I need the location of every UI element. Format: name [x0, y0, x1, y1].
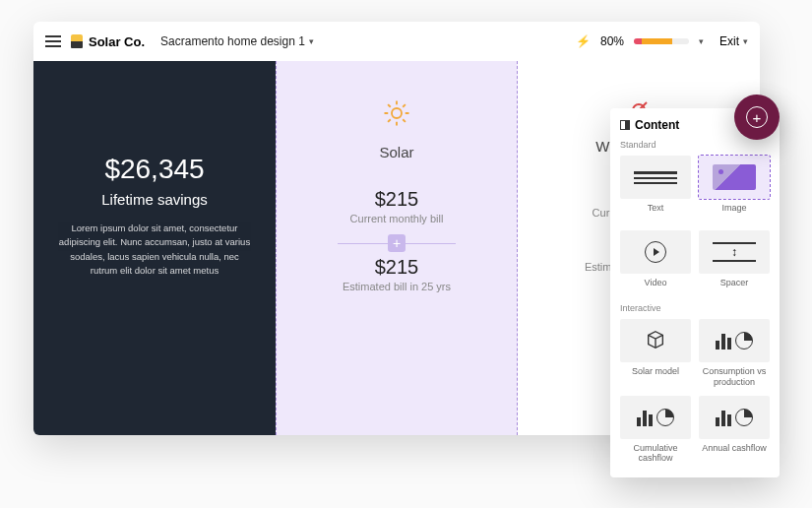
tile-annual[interactable]	[699, 396, 770, 439]
tile-label: Image	[699, 203, 770, 222]
spacer-icon: ↕	[713, 242, 755, 262]
svg-line-5	[388, 104, 391, 107]
metric-future-value: $215	[375, 256, 419, 279]
chart-icon	[716, 409, 753, 426]
svg-point-0	[392, 108, 402, 118]
metric-current-value: $215	[375, 188, 419, 211]
project-name: Sacramento home design 1	[160, 34, 305, 48]
exit-button[interactable]: Exit ▾	[719, 34, 748, 48]
svg-line-6	[403, 119, 406, 122]
metric-current-label: Current monthly bill	[350, 213, 444, 224]
completion-percent: 80%	[600, 34, 624, 48]
tile-solar-model[interactable]	[620, 319, 691, 362]
tile-label: Cumulative cashflow	[620, 443, 691, 465]
savings-amount: $26,345	[104, 154, 204, 185]
metric-future-label: Estimated bill in 25 yrs	[343, 281, 451, 292]
tile-label: Solar model	[620, 366, 691, 386]
tile-label: Annual cashflow	[699, 443, 770, 463]
tile-text[interactable]	[620, 156, 691, 199]
bolt-icon: ⚡	[576, 34, 591, 48]
add-fab[interactable]: +	[734, 95, 780, 140]
column-title: Solar	[379, 144, 413, 160]
brand-logo-icon	[71, 34, 83, 48]
svg-line-7	[388, 119, 391, 122]
tile-label: Text	[620, 203, 691, 222]
image-icon	[713, 164, 755, 190]
add-block-button[interactable]: +	[388, 234, 406, 252]
plus-icon: +	[746, 106, 768, 128]
cube-icon	[645, 329, 666, 352]
chart-icon	[716, 332, 753, 349]
brand-name: Solar Co.	[89, 34, 145, 49]
menu-icon[interactable]	[45, 35, 61, 47]
add-block-divider: +	[338, 236, 456, 250]
video-icon	[645, 241, 666, 263]
tile-label: Video	[620, 278, 691, 297]
content-panel-icon	[620, 120, 630, 130]
tile-spacer[interactable]: ↕	[699, 230, 770, 274]
section-standard: Standard	[620, 140, 770, 150]
savings-body: Lorem ipsum dolor sit amet, consectetur …	[56, 222, 253, 278]
exit-label: Exit	[719, 34, 739, 48]
app-header: Solar Co. Sacramento home design 1 ▾ ⚡ 8…	[33, 22, 760, 61]
tile-cumulative[interactable]	[620, 396, 691, 439]
project-selector[interactable]: Sacramento home design 1 ▾	[160, 34, 314, 48]
chevron-down-icon: ▾	[743, 36, 748, 46]
tile-image[interactable]	[699, 156, 770, 199]
column-savings[interactable]: $26,345 Lifetime savings Lorem ipsum dol…	[33, 61, 276, 435]
chevron-down-icon: ▾	[309, 36, 314, 46]
tile-label: Consumption vs production	[699, 366, 770, 388]
brand[interactable]: Solar Co.	[71, 34, 145, 49]
svg-line-8	[403, 104, 406, 107]
tile-consumption[interactable]	[699, 319, 770, 362]
content-panel: Content Standard Text Image Video ↕ Spac…	[610, 108, 780, 477]
chart-icon	[637, 409, 674, 426]
progress-bar	[634, 38, 689, 44]
sun-icon	[382, 98, 411, 132]
column-solar[interactable]: Solar $215 Current monthly bill + $215 E…	[276, 61, 518, 435]
chevron-down-icon[interactable]: ▾	[699, 36, 704, 46]
tile-label: Spacer	[699, 278, 770, 297]
savings-label: Lifetime savings	[101, 191, 208, 208]
tile-video[interactable]	[620, 230, 691, 274]
section-interactive: Interactive	[620, 303, 770, 313]
text-icon	[634, 171, 676, 184]
